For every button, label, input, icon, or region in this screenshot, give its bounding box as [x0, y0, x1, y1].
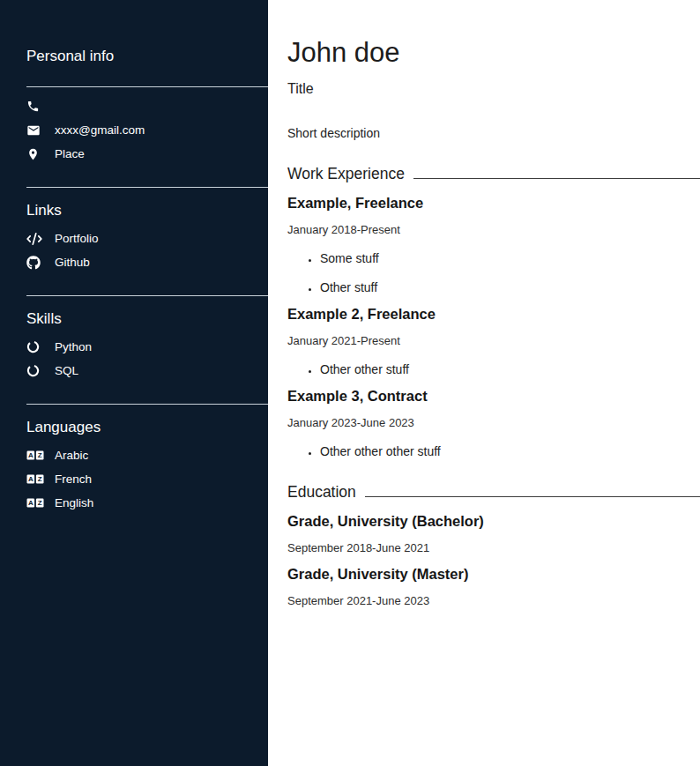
work-entry-date: January 2023-June 2023 — [287, 416, 700, 429]
work-entry-date: January 2021-Present — [287, 334, 700, 347]
github-icon — [26, 256, 46, 270]
sidebar-section-languages: Languages AZ Arabic AZ French AZ — [26, 404, 268, 515]
resume-main: John doe Title Short description Work Ex… — [268, 0, 700, 766]
svg-text:Z: Z — [38, 475, 42, 483]
languages-heading: Languages — [26, 419, 268, 436]
bullet-item: Other other stuff — [320, 362, 700, 376]
code-icon — [26, 233, 46, 245]
language-row-french: AZ French — [26, 467, 268, 491]
work-entry: Example, Freelance January 2018-Present … — [287, 195, 700, 294]
language-label: English — [55, 496, 93, 509]
skill-label: SQL — [55, 364, 78, 377]
location-row: Place — [26, 142, 268, 166]
work-entry-title: Example, Freelance — [287, 195, 700, 212]
section-rule — [365, 496, 700, 497]
github-link[interactable]: Github — [26, 250, 268, 274]
svg-text:A: A — [28, 499, 34, 507]
language-row-arabic: AZ Arabic — [26, 443, 268, 467]
divider — [26, 295, 268, 296]
short-description: Short description — [287, 126, 700, 140]
work-experience-heading-row: Work Experience — [287, 165, 700, 183]
work-entry-bullets: Other other other stuff — [287, 444, 700, 458]
work-entry: Example 2, Freelance January 2021-Presen… — [287, 306, 700, 376]
skill-row-sql: SQL — [26, 359, 268, 383]
skills-heading: Skills — [26, 310, 268, 328]
divider — [26, 187, 268, 188]
language-icon: AZ — [26, 474, 46, 484]
bullet-item: Other other other stuff — [320, 444, 700, 458]
work-entry-date: January 2018-Present — [287, 223, 700, 236]
sidebar: Personal info xxxx@gmail.com — [0, 0, 268, 766]
education-entry-date: September 2021-June 2023 — [287, 594, 700, 607]
phone-icon — [26, 100, 46, 113]
work-entry-bullets: Some stuff Other stuff — [287, 251, 700, 294]
email-row[interactable]: xxxx@gmail.com — [26, 118, 268, 142]
bullet-item: Other stuff — [320, 280, 700, 294]
svg-text:A: A — [28, 475, 34, 483]
bullet-item: Some stuff — [320, 251, 700, 265]
skill-row-python: Python — [26, 335, 268, 359]
language-label: Arabic — [55, 449, 88, 462]
phone-row — [26, 94, 268, 118]
sidebar-section-personal-info: Personal info xxxx@gmail.com — [26, 48, 268, 166]
language-row-english: AZ English — [26, 491, 268, 515]
language-label: French — [55, 472, 92, 486]
person-name: John doe — [287, 39, 700, 66]
github-label: Github — [55, 256, 90, 269]
education-entry: Grade, University (Bachelor) September 2… — [287, 513, 700, 554]
divider — [26, 86, 268, 87]
svg-text:Z: Z — [38, 499, 42, 507]
email-label: xxxx@gmail.com — [55, 123, 145, 137]
sidebar-section-links: Links Portfolio Github — [26, 187, 268, 274]
work-entry-bullets: Other other stuff — [287, 362, 700, 376]
portfolio-label: Portfolio — [55, 232, 99, 245]
circle-notch-icon — [26, 340, 46, 353]
personal-info-heading: Personal info — [26, 48, 268, 65]
work-experience-heading: Work Experience — [287, 165, 405, 183]
education-heading-row: Education — [287, 483, 700, 502]
map-marker-icon — [26, 147, 46, 161]
person-title: Title — [287, 81, 700, 97]
sidebar-section-skills: Skills Python SQL — [26, 295, 268, 383]
work-entry-title: Example 3, Contract — [287, 388, 700, 405]
education-entry-title: Grade, University (Bachelor) — [287, 513, 700, 530]
envelope-icon — [26, 123, 46, 138]
circle-notch-icon — [26, 364, 46, 377]
svg-text:Z: Z — [38, 451, 42, 459]
links-heading: Links — [26, 202, 268, 219]
divider — [26, 404, 268, 405]
svg-text:A: A — [28, 451, 34, 459]
skill-label: Python — [55, 340, 92, 353]
education-heading: Education — [287, 483, 356, 502]
language-icon: AZ — [26, 450, 46, 460]
education-entry-title: Grade, University (Master) — [287, 566, 700, 583]
work-entry: Example 3, Contract January 2023-June 20… — [287, 388, 700, 458]
language-icon: AZ — [26, 498, 46, 508]
resume-page: Personal info xxxx@gmail.com — [0, 0, 700, 766]
education-entry-date: September 2018-June 2021 — [287, 541, 700, 554]
work-entry-title: Example 2, Freelance — [287, 306, 700, 323]
portfolio-link[interactable]: Portfolio — [26, 227, 268, 250]
section-rule — [413, 178, 700, 179]
location-label: Place — [55, 147, 85, 160]
education-entry: Grade, University (Master) September 202… — [287, 566, 700, 607]
